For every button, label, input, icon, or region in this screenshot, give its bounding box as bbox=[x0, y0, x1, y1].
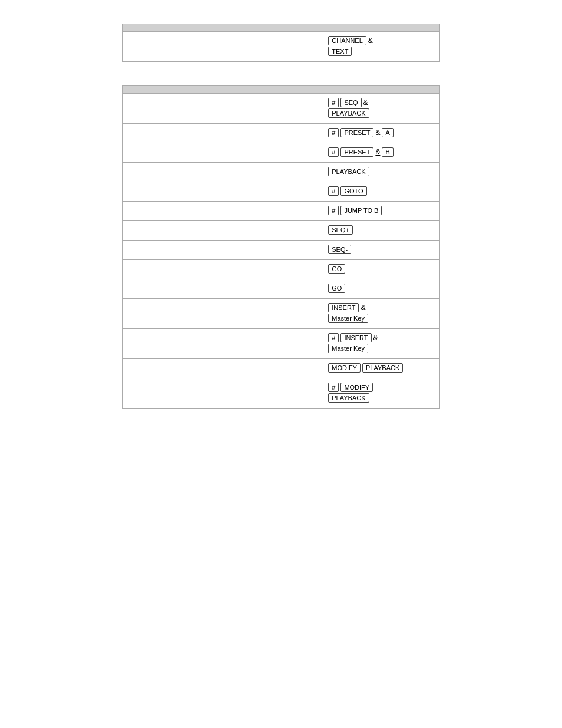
go-key: GO bbox=[328, 264, 345, 274]
key-line: GO bbox=[328, 284, 434, 293]
key-line: SEQ+ bbox=[328, 225, 434, 235]
key-line-2: Master Key bbox=[328, 344, 434, 353]
key-line: SEQ- bbox=[328, 245, 434, 254]
text-key: TEXT bbox=[328, 47, 352, 56]
modify-key: MODIFY bbox=[328, 363, 361, 373]
table-row: # INSERT & Master Key bbox=[123, 329, 440, 359]
table-row: GO bbox=[123, 260, 440, 279]
hash-key: # bbox=[328, 128, 339, 137]
section-2: # SEQ & PLAYBACK # PRESET & bbox=[35, 85, 527, 409]
row14-right: # MODIFY PLAYBACK bbox=[322, 378, 440, 409]
table-row: MODIFY PLAYBACK bbox=[123, 359, 440, 378]
row9-left bbox=[123, 260, 322, 279]
insert-key: INSERT bbox=[340, 333, 371, 342]
key-line-2: TEXT bbox=[328, 47, 434, 56]
key-line-2: Master Key bbox=[328, 314, 434, 323]
amp: & bbox=[361, 304, 365, 312]
row11-left bbox=[123, 299, 322, 329]
row14-left bbox=[123, 378, 322, 409]
table-row: # SEQ & PLAYBACK bbox=[123, 94, 440, 124]
table2-col2-header bbox=[322, 86, 440, 94]
seqplus-key: SEQ+ bbox=[328, 225, 353, 235]
table1-col2-header bbox=[322, 24, 440, 32]
row3-left bbox=[123, 143, 322, 163]
table1-row1-right: CHANNEL & TEXT bbox=[322, 32, 440, 62]
hash-key: # bbox=[328, 206, 339, 215]
row1-left bbox=[123, 94, 322, 124]
preset-key: PRESET bbox=[340, 147, 373, 157]
jumptob-key: JUMP TO B bbox=[340, 206, 382, 215]
table-row: # GOTO bbox=[123, 182, 440, 202]
key-line: # JUMP TO B bbox=[328, 206, 434, 215]
insert-key: INSERT bbox=[328, 303, 359, 312]
amp-symbol: & bbox=[368, 37, 373, 45]
b-key: B bbox=[382, 147, 393, 157]
table-row: # JUMP TO B bbox=[123, 202, 440, 221]
masterkey-key: Master Key bbox=[328, 314, 368, 323]
key-line-2: PLAYBACK bbox=[328, 108, 434, 118]
row2-left bbox=[123, 124, 322, 143]
table2-col1-header bbox=[123, 86, 322, 94]
row5-right: # GOTO bbox=[322, 182, 440, 202]
row12-right: # INSERT & Master Key bbox=[322, 329, 440, 359]
channel-key: CHANNEL bbox=[328, 36, 366, 45]
row1-right: # SEQ & PLAYBACK bbox=[322, 94, 440, 124]
key-line: # PRESET & A bbox=[328, 128, 434, 137]
section-1: CHANNEL & TEXT bbox=[35, 24, 527, 62]
preset-key: PRESET bbox=[340, 128, 373, 137]
table-row: CHANNEL & TEXT bbox=[123, 32, 440, 62]
hash-key: # bbox=[328, 147, 339, 157]
table-row: # PRESET & B bbox=[123, 143, 440, 163]
row3-right: # PRESET & B bbox=[322, 143, 440, 163]
row7-left bbox=[123, 221, 322, 241]
amp: & bbox=[363, 98, 368, 107]
hash-key: # bbox=[328, 98, 339, 107]
key-line: # SEQ & bbox=[328, 98, 434, 107]
amp: & bbox=[373, 334, 378, 342]
playback-key: PLAYBACK bbox=[328, 393, 369, 403]
row13-left bbox=[123, 359, 322, 378]
table-2: # SEQ & PLAYBACK # PRESET & bbox=[122, 85, 440, 409]
key-line-2: PLAYBACK bbox=[328, 393, 434, 403]
key-line: # MODIFY bbox=[328, 383, 434, 392]
row4-left bbox=[123, 163, 322, 182]
table-row: SEQ+ bbox=[123, 221, 440, 241]
table1-col1-header bbox=[123, 24, 322, 32]
key-line: INSERT & bbox=[328, 303, 434, 312]
hash-key: # bbox=[328, 333, 339, 342]
table-row: INSERT & Master Key bbox=[123, 299, 440, 329]
playback-key: PLAYBACK bbox=[328, 167, 369, 176]
key-line: # GOTO bbox=[328, 186, 434, 196]
amp: & bbox=[375, 129, 380, 137]
playback-key: PLAYBACK bbox=[328, 108, 369, 118]
table-row: # MODIFY PLAYBACK bbox=[123, 378, 440, 409]
row8-left bbox=[123, 241, 322, 260]
key-line: # PRESET & B bbox=[328, 147, 434, 157]
row5-left bbox=[123, 182, 322, 202]
go-key-2: GO bbox=[328, 284, 345, 293]
row7-right: SEQ+ bbox=[322, 221, 440, 241]
key-combo: CHANNEL & bbox=[328, 36, 434, 45]
table-row: GO bbox=[123, 279, 440, 299]
table-row: PLAYBACK bbox=[123, 163, 440, 182]
playback-key: PLAYBACK bbox=[362, 363, 403, 373]
row2-right: # PRESET & A bbox=[322, 124, 440, 143]
table1-row1-left bbox=[123, 32, 322, 62]
row4-right: PLAYBACK bbox=[322, 163, 440, 182]
key-line: PLAYBACK bbox=[328, 167, 434, 176]
row6-right: # JUMP TO B bbox=[322, 202, 440, 221]
row13-right: MODIFY PLAYBACK bbox=[322, 359, 440, 378]
a-key: A bbox=[382, 128, 393, 137]
row10-right: GO bbox=[322, 279, 440, 299]
amp: & bbox=[375, 148, 380, 156]
row8-right: SEQ- bbox=[322, 241, 440, 260]
masterkey-key: Master Key bbox=[328, 344, 368, 353]
key-line: GO bbox=[328, 264, 434, 274]
hash-key: # bbox=[328, 383, 339, 392]
modify-key: MODIFY bbox=[340, 383, 373, 392]
row11-right: INSERT & Master Key bbox=[322, 299, 440, 329]
goto-key: GOTO bbox=[340, 186, 366, 196]
key-line: # INSERT & bbox=[328, 333, 434, 342]
row6-left bbox=[123, 202, 322, 221]
row12-left bbox=[123, 329, 322, 359]
